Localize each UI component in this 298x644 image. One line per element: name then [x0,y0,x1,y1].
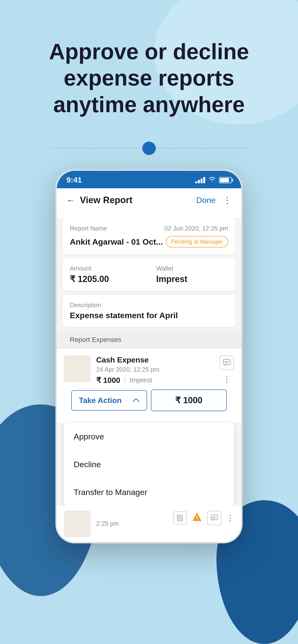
phone-wrapper: 9:41 [0,170,298,544]
description-value: Expense statement for April [70,311,228,320]
app-content: Report Name 02 Jun 2020, 12:25 pm Ankit … [57,218,241,542]
expense-more-icon[interactable]: ⋮ [223,375,231,384]
slider-line-left [51,148,147,148]
report-date: 02 Jun 2020, 12:25 pm [164,225,228,232]
back-button[interactable]: ← [66,195,75,205]
expense-date: 24 Apr 2020, 12:25 pm [96,366,214,373]
receipt-icon[interactable] [174,511,187,525]
report-name-label: Report Name [70,225,107,232]
svg-rect-0 [223,360,230,365]
app-header: ← View Report Done ⋮ [57,188,241,212]
expense-amount: ₹ 1000 [96,376,120,385]
signal-bars-icon [195,177,205,183]
wifi-icon [209,176,216,184]
action-dropdown: Approve Decline Transfer to Manager [64,423,234,506]
receipt-visual-2 [75,516,79,532]
transfer-to-manager-option[interactable]: Transfer to Manager [64,478,234,506]
svg-point-8 [197,519,198,520]
expense-amount-row: ₹ 1000 | Imprest [96,376,214,385]
amount-wallet-card: Amount ₹ 1205.00 Wallet Imprest [63,258,235,291]
app-header-right: Done ⋮ [196,195,232,205]
slider-indicator [0,132,298,170]
amount-value: ₹ 1205.00 [70,274,142,284]
amount-label: Amount [70,265,142,272]
status-time: 9:41 [66,176,82,184]
page-title: View Report [80,195,132,205]
wallet-value: Imprest [156,274,228,284]
amount-display: ₹ 1000 [151,390,227,411]
take-action-amount: ₹ 1000 [175,395,202,406]
app-header-left: ← View Report [66,195,132,205]
take-action-label: Take Action [79,396,122,405]
status-icons [195,176,232,184]
take-action-button[interactable]: Take Action [71,390,147,411]
expense-thumbnail [64,356,90,382]
hero-title: Approve or decline expense reports anyti… [19,38,279,118]
expense-type: Cash Expense [96,356,214,364]
chat-icon-2[interactable] [207,511,221,525]
wallet-label: Wallet [156,265,228,272]
wallet-section: Wallet Imprest [156,265,228,284]
amount-section: Amount ₹ 1205.00 [70,265,142,284]
partial-expense-icons: ⋮ [174,511,234,525]
chat-icon[interactable] [220,356,234,370]
report-expenses-header: Report Expenses [57,330,241,349]
description-card: Description Expense statement for April [63,295,235,327]
description-label: Description [70,302,228,309]
report-header-row: Report Name 02 Jun 2020, 12:25 pm [70,225,228,232]
expense-more-icon-2[interactable]: ⋮ [226,514,234,522]
done-button[interactable]: Done [196,196,216,205]
status-bar: 9:41 [57,171,241,188]
slider-line-right [151,148,247,148]
chevron-up-icon [133,396,139,404]
decline-option[interactable]: Decline [64,451,234,478]
more-options-icon[interactable]: ⋮ [223,195,232,205]
expense-item-partial: 2:25 pm [57,506,241,542]
expense-item: Cash Expense 24 Apr 2020, 12:25 pm ₹ 100… [57,349,241,423]
approve-option[interactable]: Approve [64,423,234,451]
slider-dot[interactable] [142,142,156,155]
expense-details: Cash Expense 24 Apr 2020, 12:25 pm ₹ 100… [96,356,214,385]
action-row: Take Action ₹ 1000 [64,385,234,416]
receipt-visual [75,358,79,380]
expense-thumbnail-2 [64,511,90,537]
expense-wallet: Imprest [129,376,152,384]
battery-icon [219,177,232,183]
svg-rect-9 [211,515,217,520]
expense-action-icons: ⋮ [220,356,234,384]
expense-row: Cash Expense 24 Apr 2020, 12:25 pm ₹ 100… [64,356,234,385]
phone-mockup: 9:41 [55,170,243,544]
warning-icon [192,512,202,524]
report-name: Ankit Agarwal - 01 Oct... [70,237,163,246]
hero-section: Approve or decline expense reports anyti… [0,0,298,132]
status-badge: Pending at Manager [166,236,228,248]
report-name-row: Ankit Agarwal - 01 Oct... Pending at Man… [70,236,228,248]
report-card: Report Name 02 Jun 2020, 12:25 pm Ankit … [63,218,235,254]
